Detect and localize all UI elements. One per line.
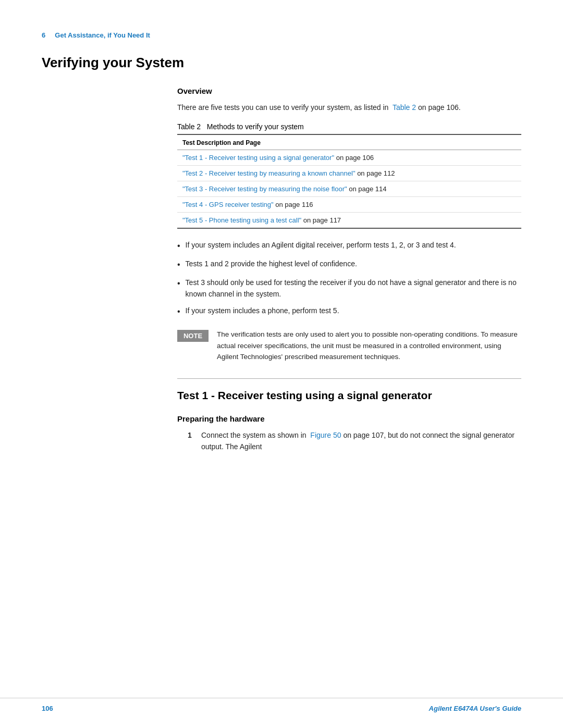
test2-suffix: on page 112 (356, 169, 395, 177)
note-text: The verification tests are only used to … (217, 329, 521, 363)
subheading: Preparing the hardware (177, 414, 521, 423)
table-cell: "Test 4 - GPS receiver testing" on page … (177, 197, 521, 213)
table-row: "Test 5 - Phone testing using a test cal… (177, 213, 521, 229)
table-row: "Test 4 - GPS receiver testing" on page … (177, 197, 521, 213)
overview-text-after: on page 106. (418, 103, 461, 112)
overview-text-before: There are five tests you can use to veri… (177, 103, 388, 112)
step-1-number: 1 (188, 429, 196, 441)
table-row: "Test 2 - Receiver testing by measuring … (177, 166, 521, 181)
test3-suffix: on page 114 (347, 185, 387, 193)
verify-table: Test Description and Page "Test 1 - Rece… (177, 134, 521, 229)
bullet-item-3: Test 3 should only be used for testing t… (177, 277, 521, 300)
bullet-list: If your system includes an Agilent digit… (177, 239, 521, 318)
test1-suffix: on page 106 (334, 154, 374, 162)
page-number: 106 (42, 705, 53, 712)
figure50-link[interactable]: Figure 50 (310, 431, 341, 439)
table-cell: "Test 1 - Receiver testing using a signa… (177, 150, 521, 166)
bullet-item-2: Tests 1 and 2 provide the highest level … (177, 258, 521, 272)
overview-heading: Overview (177, 87, 521, 95)
overview-paragraph: There are five tests you can use to veri… (177, 102, 521, 113)
table2-link[interactable]: Table 2 (393, 103, 416, 112)
bullet-text-1: If your system includes an Agilent digit… (186, 239, 456, 251)
table-cell: "Test 2 - Receiver testing by measuring … (177, 166, 521, 181)
table-caption: Methods to verify your system (207, 122, 304, 131)
bullet-text-2: Tests 1 and 2 provide the highest level … (186, 258, 357, 269)
guide-title: Agilent E6474A User's Guide (429, 705, 521, 712)
bullet-text-4: If your system includes a phone, perform… (186, 305, 339, 316)
table-row: "Test 3 - Receiver testing by measuring … (177, 181, 521, 197)
section-title: Verifying your System (42, 55, 521, 71)
chapter-title: Get Assistance, if You Need It (55, 31, 150, 39)
table-cell: "Test 5 - Phone testing using a test cal… (177, 213, 521, 229)
subsection-title: Test 1 - Receiver testing using a signal… (177, 389, 521, 402)
note-box: NOTE The verification tests are only use… (177, 329, 521, 363)
test4-suffix: on page 116 (274, 201, 313, 208)
page: 6 Get Assistance, if You Need It Verifyi… (0, 0, 563, 728)
chapter-header: 6 Get Assistance, if You Need It (0, 0, 563, 50)
test2-link[interactable]: "Test 2 - Receiver testing by measuring … (182, 169, 356, 177)
bullet-item-1: If your system includes an Agilent digit… (177, 239, 521, 253)
table-word: Table (177, 122, 194, 131)
chapter-number: 6 (42, 31, 45, 39)
table-label: Table 2 Methods to verify your system (177, 122, 521, 131)
main-content: Verifying your System Overview There are… (0, 55, 563, 453)
step-1-text: Connect the system as shown in Figure 50… (201, 429, 521, 453)
table-row: "Test 1 - Receiver testing using a signa… (177, 150, 521, 166)
test5-suffix: on page 117 (301, 216, 341, 224)
step1-text-before: Connect the system as shown in (201, 431, 307, 439)
page-footer: 106 Agilent E6474A User's Guide (0, 698, 563, 712)
section-divider (177, 378, 521, 379)
right-column: Overview There are five tests you can us… (177, 87, 521, 453)
table-cell: "Test 3 - Receiver testing by measuring … (177, 181, 521, 197)
note-label: NOTE (177, 330, 209, 342)
test1-link[interactable]: "Test 1 - Receiver testing using a signa… (182, 154, 334, 162)
step-1: 1 Connect the system as shown in Figure … (188, 429, 521, 453)
test5-link[interactable]: "Test 5 - Phone testing using a test cal… (182, 216, 301, 224)
bullet-text-3: Test 3 should only be used for testing t… (186, 277, 521, 300)
bullet-item-4: If your system includes a phone, perform… (177, 305, 521, 318)
test4-link[interactable]: "Test 4 - GPS receiver testing" (182, 201, 274, 208)
table-column-header: Test Description and Page (177, 134, 521, 150)
table-number: 2 (197, 122, 201, 131)
test3-link[interactable]: "Test 3 - Receiver testing by measuring … (182, 185, 347, 193)
